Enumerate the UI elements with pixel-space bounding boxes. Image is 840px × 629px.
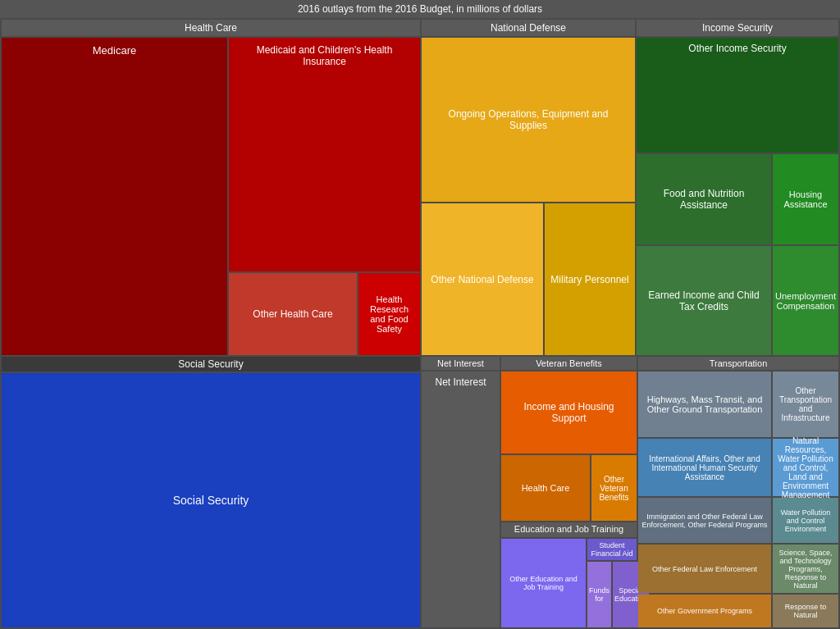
other-gov-block: Other Government Programs [638,595,771,627]
bottom-headers: Net Interest Veteran Benefits Transporta… [422,357,838,370]
chart-container: 2016 outlays from the 2016 Budget, in mi… [0,0,840,629]
bottom-section: Social Security Social Security Net Inte… [2,357,838,627]
social-security-header: Social Security [2,357,420,371]
other-education-block: Other Education and Job Training [501,539,586,627]
transportation-block: Highways, Mass Transit, and Other Ground… [638,371,838,627]
net-interest-block: Net Interest [422,371,500,627]
health-care-column: Health Care Medicare Medicaid and Childr… [2,20,420,355]
immigration-block: Immigration and Other Federal Law Enforc… [638,498,771,543]
highways-block: Highways, Mass Transit, and Other Ground… [638,371,838,437]
medicaid-column: Medicaid and Children's Health Insurance… [229,38,420,355]
unemployment-comp-block: Unemployment Compensation [773,246,838,355]
right-bottom: Net Interest Veteran Benefits Transporta… [422,357,838,627]
water-pollution-block: Water Pollution and Control Environment [773,498,838,543]
bottom-misc-row: Other Federal Law Enforcement Science, S… [638,545,838,593]
bottom-content: Net Interest Income and Housing Support … [422,371,838,627]
veteran-benefits-block: Income and Housing Support Health Care O… [501,371,637,627]
social-security-block: Social Security Social Security [2,357,420,627]
student-financial-block: Student Financial Aid [587,539,637,560]
highways-mass-block: Highways, Mass Transit, and Other Ground… [638,371,771,437]
income-security-header: Income Security [637,20,838,36]
other-nd-block: Other National Defense [422,203,543,355]
funds-for-block: Funds for [587,562,611,627]
vb-middle: Health Care Other Veteran Benefits [501,455,637,521]
income-housing-block: Income and Housing Support [501,371,637,454]
national-defense-header: National Defense [422,20,635,36]
net-interest-main: Net Interest [422,371,500,627]
science-space-block: Science, Space, and Technology Programs,… [773,545,838,593]
medicaid-block: Medicaid and Children's Health Insurance [229,38,420,271]
health-research-block: Health Research and Food Safety [358,273,420,355]
immigration-row: Immigration and Other Federal Law Enforc… [638,498,838,543]
top-section: Health Care Medicare Medicaid and Childr… [2,20,838,355]
edu-bottom: Other Education and Job Training Student… [501,539,637,627]
medicare-block: Medicare [2,38,227,355]
other-federal-block: Other Federal Law Enforcement [638,545,771,593]
chart-title: 2016 outlays from the 2016 Budget, in mi… [0,0,840,18]
military-personnel-block: Military Personnel [545,203,635,355]
education-job-header: Education and Job Training [501,522,637,537]
food-nutrition-block: Food and Nutrition Assistance [637,154,771,244]
edu-sub: Student Financial Aid Funds for Special … [587,539,637,627]
is-middle-row: Food and Nutrition Assistance Housing As… [637,154,838,244]
other-veteran-block: Other Veteran Benefits [591,455,637,521]
health-care-blocks: Medicare Medicaid and Children's Health … [2,38,420,355]
other-health-care-block: Other Health Care [229,273,357,355]
net-interest-header: Net Interest [422,357,500,370]
social-security-main: Social Security [2,373,420,627]
intl-affairs-block: International Affairs, Other and Interna… [638,439,771,496]
income-security-column: Income Security Other Income Security Fo… [637,20,838,355]
earned-income-block: Earned Income and Child Tax Credits [637,246,771,355]
health-care-vb-block: Health Care [501,455,590,521]
response-natural-block: Response to Natural [773,595,838,627]
intl-natural-row: International Affairs, Other and Interna… [638,439,838,496]
transportation-header: Transportation [638,357,838,370]
is-bottom-row: Earned Income and Child Tax Credits Unem… [637,246,838,355]
other-transport-block: Other Transportation and Infrastructure [773,371,838,437]
other-income-security-block: Other Income Security [637,38,838,153]
natural-resources-block: Natural Resources, Water Pollution and C… [773,439,838,496]
gov-programs-row: Other Government Programs Response to Na… [638,595,838,627]
other-health-row: Other Health Care Health Research and Fo… [229,273,420,355]
nd-bottom: Other National Defense Military Personne… [422,203,635,355]
health-care-header: Health Care [2,20,420,36]
treemap: Health Care Medicare Medicaid and Childr… [0,18,840,629]
housing-assistance-block: Housing Assistance [773,154,838,244]
national-defense-column: National Defense Ongoing Operations, Equ… [422,20,635,355]
ongoing-ops-block: Ongoing Operations, Equipment and Suppli… [422,38,635,202]
veteran-benefits-header: Veteran Benefits [501,357,637,370]
